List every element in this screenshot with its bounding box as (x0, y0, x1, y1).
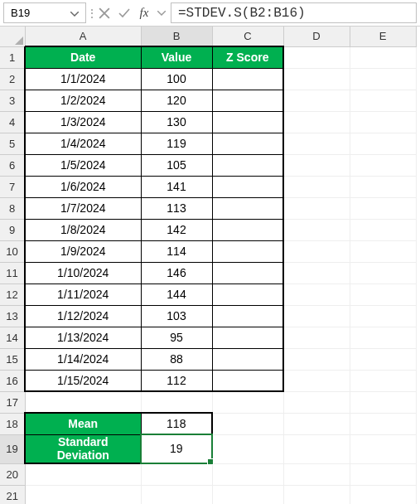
cell[interactable] (350, 111, 416, 133)
cell[interactable] (283, 391, 350, 413)
cell[interactable] (350, 90, 416, 111)
cell[interactable] (283, 176, 350, 197)
table-row[interactable] (212, 197, 283, 219)
table-row[interactable]: 142 (141, 219, 212, 240)
row-head-1[interactable]: 1 (0, 46, 25, 68)
cell[interactable] (283, 68, 350, 90)
col-head-B[interactable]: B (141, 27, 212, 46)
table-row[interactable]: 120 (141, 90, 212, 111)
col-head-D[interactable]: D (283, 27, 350, 46)
cell[interactable] (283, 133, 350, 154)
cell-C20[interactable] (212, 463, 283, 485)
row-head-5[interactable]: 5 (0, 133, 25, 154)
row-head-3[interactable]: 3 (0, 90, 25, 111)
table-row[interactable] (212, 348, 283, 370)
table-row[interactable] (212, 68, 283, 90)
cell[interactable] (283, 197, 350, 219)
row-head-4[interactable]: 4 (0, 111, 25, 133)
table-row[interactable]: 1/11/2024 (25, 284, 141, 305)
cell-C21[interactable] (212, 485, 283, 504)
cell[interactable] (283, 284, 350, 305)
table-row[interactable]: 103 (141, 305, 212, 327)
cell[interactable] (350, 262, 416, 284)
row-head-16[interactable]: 16 (0, 370, 25, 391)
cell-B21[interactable] (141, 485, 212, 504)
row-head-8[interactable]: 8 (0, 197, 25, 219)
cell[interactable] (350, 413, 416, 434)
table-row[interactable]: 141 (141, 176, 212, 197)
col-head-C[interactable]: C (212, 27, 283, 46)
sd-value[interactable]: 19 (141, 434, 212, 463)
mean-value[interactable]: 118 (141, 413, 212, 434)
cell[interactable] (350, 176, 416, 197)
row-head-2[interactable]: 2 (0, 68, 25, 90)
row-head-10[interactable]: 10 (0, 240, 25, 262)
table-row[interactable] (212, 219, 283, 240)
table-row[interactable]: 1/3/2024 (25, 111, 141, 133)
cell-D1[interactable] (283, 46, 350, 68)
cell[interactable] (350, 348, 416, 370)
cell[interactable] (283, 463, 350, 485)
table-row[interactable]: 113 (141, 197, 212, 219)
cell[interactable] (350, 485, 416, 504)
cell[interactable] (350, 370, 416, 391)
cell[interactable] (350, 305, 416, 327)
cell[interactable] (350, 240, 416, 262)
table-row[interactable]: 1/5/2024 (25, 154, 141, 176)
cell[interactable] (283, 240, 350, 262)
table-row[interactable]: 100 (141, 68, 212, 90)
col-head-E[interactable]: E (350, 27, 416, 46)
row-head-11[interactable]: 11 (0, 262, 25, 284)
table-row[interactable]: 1/9/2024 (25, 240, 141, 262)
cell[interactable] (350, 434, 416, 463)
row-head-9[interactable]: 9 (0, 219, 25, 240)
table-row[interactable]: 1/14/2024 (25, 348, 141, 370)
cell[interactable] (350, 391, 416, 413)
table-row[interactable] (212, 133, 283, 154)
spreadsheet-grid[interactable]: A B C D E 1 Date Value Z Score 2 1/1/202… (0, 27, 420, 504)
mean-label[interactable]: Mean (25, 413, 141, 434)
cell[interactable] (350, 154, 416, 176)
header-zscore[interactable]: Z Score (212, 46, 283, 68)
row-head-7[interactable]: 7 (0, 176, 25, 197)
table-row[interactable]: 88 (141, 348, 212, 370)
table-row[interactable]: 1/13/2024 (25, 327, 141, 348)
table-row[interactable] (212, 327, 283, 348)
table-row[interactable] (212, 284, 283, 305)
table-row[interactable]: 112 (141, 370, 212, 391)
table-row[interactable] (212, 111, 283, 133)
formula-input[interactable]: =STDEV.S(B2:B16) (171, 2, 417, 23)
cell-A20[interactable] (25, 463, 141, 485)
table-row[interactable] (212, 154, 283, 176)
table-row[interactable] (212, 305, 283, 327)
cell[interactable] (350, 197, 416, 219)
cell-E1[interactable] (350, 46, 416, 68)
cell[interactable] (283, 90, 350, 111)
table-row[interactable] (212, 176, 283, 197)
check-icon[interactable] (114, 0, 134, 26)
table-row[interactable]: 1/15/2024 (25, 370, 141, 391)
table-row[interactable]: 1/7/2024 (25, 197, 141, 219)
row-head-17[interactable]: 17 (0, 391, 25, 413)
table-row[interactable]: 119 (141, 133, 212, 154)
cell-B17[interactable] (141, 391, 212, 413)
row-head-18[interactable]: 18 (0, 413, 25, 434)
cell[interactable] (283, 413, 350, 434)
cancel-icon[interactable] (94, 0, 114, 26)
cell-B20[interactable] (141, 463, 212, 485)
cell[interactable] (283, 327, 350, 348)
row-head-12[interactable]: 12 (0, 284, 25, 305)
table-row[interactable]: 1/4/2024 (25, 133, 141, 154)
cell-C18[interactable] (212, 413, 283, 434)
cell[interactable] (283, 348, 350, 370)
row-head-14[interactable]: 14 (0, 327, 25, 348)
header-date[interactable]: Date (25, 46, 141, 68)
table-row[interactable]: 144 (141, 284, 212, 305)
insert-function-dropdown-icon[interactable] (154, 0, 169, 26)
table-row[interactable]: 114 (141, 240, 212, 262)
header-value[interactable]: Value (141, 46, 212, 68)
cell[interactable] (283, 262, 350, 284)
fx-icon[interactable]: fx (134, 0, 154, 26)
table-row[interactable]: 130 (141, 111, 212, 133)
table-row[interactable] (212, 262, 283, 284)
